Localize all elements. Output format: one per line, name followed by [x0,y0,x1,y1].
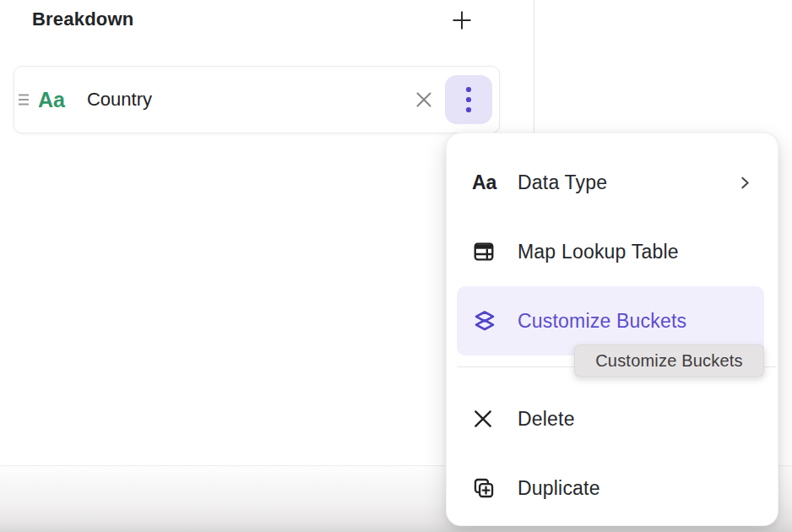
panel-header: Breakdown [0,0,534,47]
text-type-icon: Aa [38,88,65,112]
tooltip: Customize Buckets [574,345,764,377]
remove-field-button[interactable] [410,85,438,114]
menu-item-label: Data Type [518,171,738,194]
field-label: Country [87,89,410,111]
menu-item-label: Duplicate [518,477,752,500]
layers-icon [472,308,502,334]
kebab-menu-icon [464,85,473,114]
copy-plus-icon [472,476,502,500]
breakdown-field-card[interactable]: Aa Country [14,66,500,133]
chevron-right-icon [738,176,752,190]
text-type-icon: Aa [472,171,502,194]
table-icon [472,240,502,263]
field-options-menu: Aa Data Type Map Lookup Table [446,133,778,526]
menu-item-label: Map Lookup Table [518,241,752,263]
app-canvas: Breakdown Aa Country [0,0,792,532]
panel-title: Breakdown [32,8,133,30]
drag-handle-icon[interactable] [18,92,30,107]
plus-icon [450,8,474,32]
field-options-button[interactable] [445,75,492,124]
menu-item-data-type[interactable]: Aa Data Type [447,148,778,217]
add-breakdown-button[interactable] [447,5,477,35]
x-icon [472,408,502,430]
close-icon [414,90,434,110]
menu-item-duplicate[interactable]: Duplicate [447,453,778,523]
menu-item-label: Customize Buckets [518,310,752,333]
menu-item-delete[interactable]: Delete [447,384,778,453]
menu-item-label: Delete [518,408,752,431]
menu-item-map-lookup-table[interactable]: Map Lookup Table [447,217,778,286]
